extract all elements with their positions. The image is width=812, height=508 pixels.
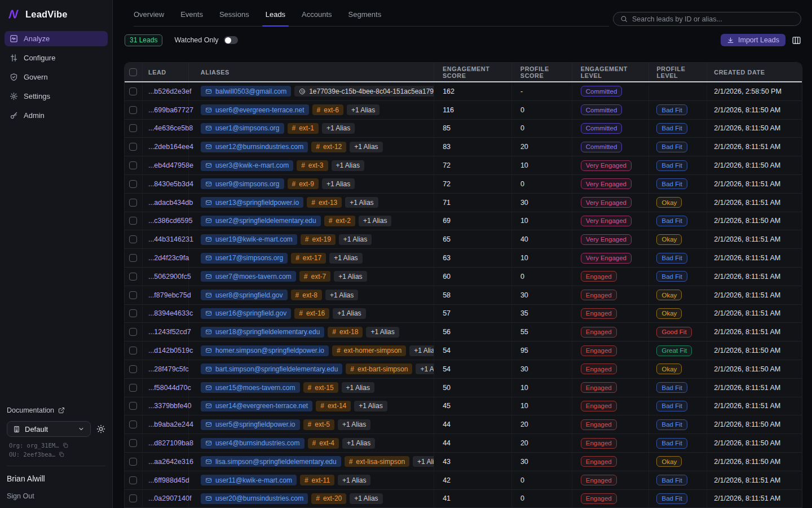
email-alias-chip[interactable]: user6@evergreen-terrace.net — [201, 104, 309, 115]
table-row[interactable]: ...6ff988d45d user11@kwik-e-mart.com # e… — [125, 471, 802, 490]
table-row[interactable]: ...1243f52cd7 user18@springfieldelementa… — [125, 323, 802, 341]
lead-id-link[interactable]: ...699ba67727 — [148, 106, 193, 114]
external-id-chip[interactable]: # ext-17 — [291, 253, 326, 264]
table-row[interactable]: ...8394e4633c user16@springfield.gov # e… — [125, 305, 802, 323]
email-alias-chip[interactable]: user4@burnsindustries.com — [201, 438, 304, 449]
sidebar-item-configure[interactable]: Configure — [5, 50, 108, 65]
row-checkbox[interactable] — [129, 87, 137, 95]
external-id-chip[interactable]: # ext-16 — [294, 308, 329, 319]
more-aliases-chip[interactable]: +1 Alias — [354, 401, 387, 411]
lead-id-link[interactable]: ...1243f52cd7 — [148, 328, 191, 336]
email-alias-chip[interactable]: user20@burnsindustries.com — [201, 493, 308, 504]
lead-id-link[interactable]: ...2deb164ee4 — [148, 143, 193, 151]
row-checkbox[interactable] — [129, 347, 137, 354]
email-alias-chip[interactable]: user5@springfieldpower.io — [201, 419, 300, 430]
external-id-chip[interactable]: # ext-2 — [324, 216, 355, 226]
table-row[interactable]: ...f58044d70c user15@moes-tavern.com # e… — [125, 379, 802, 397]
sidebar-item-settings[interactable]: Settings — [5, 89, 108, 104]
row-checkbox[interactable] — [129, 384, 137, 392]
table-row[interactable]: ...28f479c5fc bart.simpson@springfieldel… — [125, 360, 802, 379]
column-header-engagement-level[interactable]: ENGAGEMENT LEVEL — [572, 63, 650, 81]
column-settings-button[interactable] — [792, 36, 801, 45]
email-alias-chip[interactable]: bart.simpson@springfieldelementary.edu — [201, 364, 342, 374]
environment-select[interactable]: Default — [7, 421, 91, 437]
table-row[interactable]: ...3379bbfe40 user14@evergreen-terrace.n… — [125, 397, 802, 416]
row-checkbox[interactable] — [129, 309, 137, 317]
external-id-chip[interactable]: # ext-bart-simpson — [346, 364, 412, 374]
email-alias-chip[interactable]: user8@springfield.gov — [201, 290, 288, 300]
row-checkbox[interactable] — [129, 161, 137, 169]
table-row[interactable]: ...f879ebc75d user8@springfield.gov # ex… — [125, 286, 802, 305]
row-checkbox[interactable] — [129, 235, 137, 243]
tab-segments[interactable]: Segments — [348, 10, 382, 26]
more-aliases-chip[interactable]: +1 Alias — [322, 178, 355, 189]
table-row[interactable]: ...b9aba2e244 user5@springfieldpower.io … — [125, 415, 802, 434]
lead-id-link[interactable]: ...3379bbfe40 — [148, 402, 191, 410]
email-alias-chip[interactable]: user2@springfieldelementary.edu — [201, 216, 321, 226]
more-aliases-chip[interactable]: +1 Alias — [339, 234, 372, 245]
external-id-chip[interactable]: # ext-19 — [301, 234, 336, 245]
lead-id-link[interactable]: ...f58044d70c — [148, 384, 191, 392]
email-alias-chip[interactable]: user11@kwik-e-mart.com — [201, 475, 297, 485]
tab-sessions[interactable]: Sessions — [219, 10, 249, 26]
external-id-chip[interactable]: # ext-13 — [307, 197, 342, 208]
table-row[interactable]: ...5062900fc5 user7@moes-tavern.com # ex… — [125, 268, 802, 286]
more-aliases-chip[interactable]: +1 Alias — [347, 104, 379, 115]
email-alias-chip[interactable]: user13@springfieldpower.io — [201, 197, 303, 208]
import-leads-button[interactable]: Import Leads — [721, 34, 785, 46]
external-id-chip[interactable]: # ext-14 — [316, 401, 351, 411]
anonymous-id-chip[interactable]: 1e77039e-c15b-4bee-8c04-151ac5ea1797 — [294, 86, 434, 97]
more-aliases-chip[interactable]: +1 Alias — [350, 142, 382, 152]
more-aliases-chip[interactable]: +1 Alias — [416, 364, 434, 374]
more-aliases-chip[interactable]: +1 Alias — [359, 216, 391, 226]
row-checkbox[interactable] — [129, 439, 137, 447]
tab-overview[interactable]: Overview — [134, 10, 164, 26]
external-id-chip[interactable]: # ext-8 — [291, 290, 322, 300]
row-checkbox[interactable] — [129, 273, 137, 281]
lead-id-link[interactable]: ...d827109ba8 — [148, 439, 193, 447]
email-alias-chip[interactable]: user16@springfield.gov — [201, 308, 291, 319]
row-checkbox[interactable] — [129, 328, 137, 336]
select-all-checkbox[interactable] — [129, 68, 137, 76]
external-id-chip[interactable]: # ext-lisa-simpson — [345, 456, 409, 467]
row-checkbox[interactable] — [129, 494, 137, 502]
table-row[interactable]: ...2d4f23c9fa user17@simpsons.org # ext-… — [125, 249, 802, 268]
lead-id-link[interactable]: ...8430e5b3d4 — [148, 180, 193, 188]
lead-id-link[interactable]: ...aa2642e316 — [148, 458, 193, 466]
search-input[interactable] — [632, 15, 794, 23]
lead-id-link[interactable]: ...f879ebc75d — [148, 291, 191, 299]
copy-icon[interactable] — [59, 452, 64, 457]
email-alias-chip[interactable]: balwill0503@gmail.com — [201, 86, 291, 97]
tab-accounts[interactable]: Accounts — [302, 10, 332, 26]
more-aliases-chip[interactable]: +1 Alias — [366, 327, 399, 338]
column-header-aliases[interactable]: ALIASES — [189, 63, 434, 81]
email-alias-chip[interactable]: lisa.simpson@springfieldelementary.edu — [201, 456, 341, 467]
email-alias-chip[interactable]: user9@simpsons.org — [201, 178, 284, 189]
external-id-chip[interactable]: # ext-11 — [300, 475, 334, 485]
lead-id-link[interactable]: ...4e636ce5b8 — [148, 124, 193, 132]
more-aliases-chip[interactable]: +1 Alias — [342, 382, 374, 393]
watched-only-toggle[interactable] — [224, 36, 238, 44]
more-aliases-chip[interactable]: +1 Alias — [333, 308, 365, 319]
row-checkbox[interactable] — [129, 365, 137, 373]
more-aliases-chip[interactable]: +1 Alias — [332, 160, 364, 171]
external-id-chip[interactable]: # ext-20 — [311, 493, 346, 504]
external-id-chip[interactable]: # ext-12 — [311, 142, 346, 152]
email-alias-chip[interactable]: user7@moes-tavern.com — [201, 271, 296, 282]
tab-events[interactable]: Events — [180, 10, 203, 26]
lead-id-link[interactable]: ...d142b0519c — [148, 347, 193, 354]
lead-id-link[interactable]: ...8394e4633c — [148, 309, 193, 317]
email-alias-chip[interactable]: user19@kwik-e-mart.com — [201, 234, 297, 245]
sidebar-item-admin[interactable]: Admin — [5, 108, 108, 123]
more-aliases-chip[interactable]: +1 Alias — [334, 271, 367, 282]
lead-id-link[interactable]: ...c386cd6595 — [148, 217, 193, 225]
row-checkbox[interactable] — [129, 180, 137, 188]
row-checkbox[interactable] — [129, 199, 137, 207]
row-checkbox[interactable] — [129, 402, 137, 410]
column-header-profile-score[interactable]: PROFILE SCORE — [512, 63, 572, 81]
external-id-chip[interactable]: # ext-4 — [308, 438, 339, 449]
table-row[interactable]: ...d142b0519c homer.simpson@springfieldp… — [125, 341, 802, 360]
row-checkbox[interactable] — [129, 476, 137, 484]
lead-id-link[interactable]: ...6ff988d45d — [148, 476, 189, 484]
row-checkbox[interactable] — [129, 143, 137, 151]
